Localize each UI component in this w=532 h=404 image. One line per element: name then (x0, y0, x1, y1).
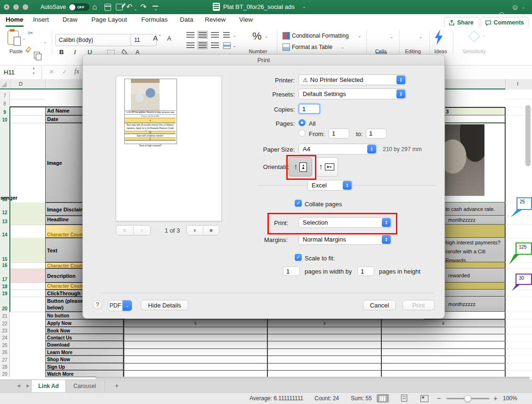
pages-wide-input[interactable] (283, 267, 300, 276)
normal-view-button[interactable] (377, 394, 389, 403)
name-box[interactable]: H11 ▲ ▼ (0, 65, 42, 79)
app-section-select[interactable]: Excel ▲▼ (307, 180, 353, 191)
from-input[interactable] (329, 129, 349, 138)
wrap-text-chevron-icon[interactable]: ⌄ (233, 33, 236, 38)
scale-checkbox[interactable]: ✓ (295, 254, 302, 261)
sheet-prev-icon[interactable]: ◀ (17, 383, 20, 388)
margins-select[interactable]: Normal Margins ▲▼ (298, 234, 392, 245)
undo-icon[interactable]: ↶ (126, 0, 132, 14)
shrink-font-button[interactable]: A (167, 35, 171, 42)
first-page-button[interactable]: « (116, 226, 134, 235)
sheet-tab-link-ad[interactable]: Link Ad (31, 380, 66, 392)
help-button[interactable]: ? (93, 300, 102, 309)
paste-chevron-icon[interactable]: ⌄ (22, 36, 26, 40)
page-layout-view-button[interactable] (401, 395, 407, 402)
name-box-down-icon[interactable]: ▼ (32, 72, 35, 75)
last-page-button[interactable]: » (203, 226, 219, 235)
previous-page-button[interactable]: ‹ (134, 226, 151, 235)
pages-all-radio[interactable] (298, 119, 306, 126)
title-chevron-icon[interactable]: ⌄ (302, 4, 306, 9)
cancel-entry-icon[interactable]: ✕ (49, 68, 54, 75)
ideas-icon[interactable] (434, 29, 443, 45)
row-header-22[interactable]: 22 (0, 319, 10, 327)
document-title[interactable]: Plat BT_0for26_social ads (223, 3, 295, 10)
number-chevron-icon[interactable]: ⌄ (265, 34, 268, 39)
cell-option-learn-more[interactable]: Learn More (45, 348, 123, 356)
row-header-18[interactable]: 18 (0, 283, 10, 290)
page-break-view-button[interactable] (420, 395, 428, 402)
align-middle-icon[interactable] (199, 32, 207, 38)
wrap-text-icon[interactable] (223, 32, 230, 38)
row-header-23[interactable]: 23 (0, 327, 10, 334)
tab-page-layout[interactable]: Page Layout (91, 16, 127, 23)
hide-details-button[interactable]: Hide Details (141, 300, 188, 310)
zoom-out-button[interactable]: − (437, 394, 441, 402)
align-top-icon[interactable] (186, 32, 194, 38)
select-all-corner[interactable] (1, 82, 7, 87)
row-23-cells[interactable] (123, 327, 505, 334)
row-header-9[interactable]: 9 (0, 107, 10, 115)
align-bottom-icon[interactable] (211, 32, 219, 38)
edit-icon[interactable] (116, 4, 123, 10)
cut-icon[interactable]: ✂ (28, 29, 33, 37)
row-header-16[interactable]: 16 (0, 262, 10, 268)
row-header-24[interactable]: 24 (0, 334, 10, 341)
italic-button[interactable]: I (74, 48, 76, 56)
cell-option-shop-now[interactable]: Shop Now (45, 356, 123, 363)
row-header-10[interactable]: 10 (0, 115, 10, 123)
home-icon[interactable]: ⌂ (92, 0, 97, 14)
zoom-window-button[interactable] (23, 4, 28, 10)
number-format-icon[interactable]: % (252, 30, 262, 42)
collate-checkbox[interactable]: ✓ (295, 200, 302, 207)
comments-button[interactable]: Comments (481, 17, 529, 28)
grow-font-button[interactable]: A (153, 34, 158, 42)
row-header-15[interactable]: 15 (0, 238, 10, 262)
row-header-19[interactable]: 19 (0, 290, 10, 297)
tab-data[interactable]: Data (180, 16, 193, 23)
row-header-25[interactable]: 25 (0, 341, 10, 348)
row-header-20[interactable]: 20 (0, 297, 10, 312)
row-header-21[interactable]: 21 (0, 312, 10, 319)
printer-select[interactable]: ⚠ No Printer Selected ▲▼ (298, 74, 406, 85)
cancel-button[interactable]: Cancel (363, 300, 396, 310)
cell-option-apply-now[interactable]: Apply Now (45, 319, 123, 327)
column-header-d[interactable]: D (19, 81, 23, 87)
editing-chevron-icon[interactable]: ⌄ (419, 34, 423, 39)
row-header-29[interactable]: 29 (0, 370, 10, 377)
row-header-13[interactable]: 13 (0, 216, 10, 225)
tab-formulas[interactable]: Formulas (141, 16, 168, 23)
column-header-i[interactable]: I (517, 81, 518, 87)
vertical-scrollbar-thumb[interactable] (525, 105, 531, 166)
pages-tall-input[interactable] (357, 267, 374, 276)
row-header-27[interactable]: 27 (0, 356, 10, 363)
zoom-level[interactable]: 100% (503, 395, 517, 402)
merge-center-icon[interactable] (223, 42, 231, 49)
row-header-28[interactable]: 28 (0, 363, 10, 370)
account-smiley-icon[interactable]: ☺ (511, 0, 519, 15)
bold-button[interactable]: B (59, 48, 64, 56)
cell-option-sign-up[interactable]: Sign Up (45, 363, 123, 370)
copies-input[interactable] (298, 104, 320, 114)
add-sheet-button[interactable]: + (115, 382, 119, 389)
cell-d17-highlight[interactable] (10, 268, 45, 283)
row-header-17[interactable]: 17 (0, 268, 10, 283)
align-center-icon[interactable] (199, 42, 207, 48)
format-as-table-button[interactable]: Format as Table (292, 44, 332, 50)
cell-option-contact-us[interactable]: Contact Us (45, 334, 123, 341)
row-header-7[interactable]: 7 (0, 90, 10, 99)
cell-d12-d13-highlight[interactable] (10, 202, 45, 225)
sheet-tab-carousel[interactable]: Carousel (65, 380, 105, 392)
redo-icon[interactable]: ↷ (140, 0, 146, 14)
zoom-slider-knob[interactable] (464, 395, 471, 402)
copy-icon[interactable] (34, 52, 40, 58)
share-button[interactable]: Share (444, 17, 479, 28)
to-input[interactable] (366, 129, 387, 138)
cell-x-1[interactable]: x (123, 319, 267, 327)
cell-option-book-now[interactable]: Book Now (45, 327, 123, 334)
tab-view[interactable]: View (239, 16, 253, 23)
minimize-window-button[interactable] (13, 4, 19, 10)
row-header-11[interactable]: 11 (0, 123, 10, 202)
row-header-14[interactable]: 14 (0, 225, 10, 238)
tab-draw[interactable]: Draw (63, 16, 78, 23)
name-box-up-icon[interactable]: ▲ (32, 66, 35, 70)
